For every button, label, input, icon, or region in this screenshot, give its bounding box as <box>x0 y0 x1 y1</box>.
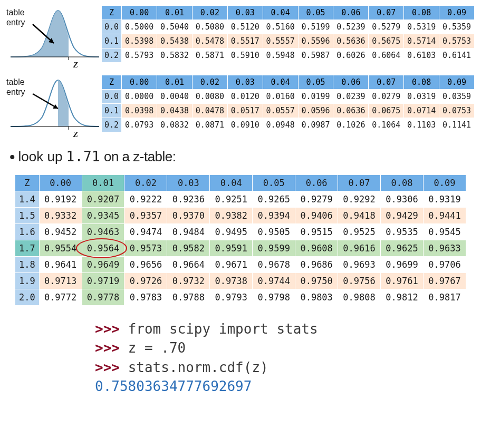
z-cell: 0.0910 <box>227 118 263 132</box>
col-header: 0.03 <box>167 175 210 191</box>
z-cell: 0.9671 <box>210 257 253 273</box>
z-cell: 0.5080 <box>192 20 227 34</box>
z-cell: 0.9767 <box>423 273 466 289</box>
z-row-header: 1.5 <box>15 208 40 224</box>
z-cell: 0.0753 <box>439 104 475 118</box>
z-cell: 0.0199 <box>298 90 333 104</box>
z-cell: 0.9664 <box>167 257 210 273</box>
z-cell: 0.9535 <box>381 224 424 240</box>
z-cell: 0.9803 <box>295 289 338 306</box>
z-cell: 0.0675 <box>369 104 404 118</box>
z-cell: 0.5675 <box>369 34 404 48</box>
z-row-header: 0.1 <box>102 104 122 118</box>
z-cell: 0.5239 <box>333 20 369 34</box>
z-cell: 0.9370 <box>167 208 210 224</box>
z-cell: 0.9418 <box>338 208 381 224</box>
col-header: 0.00 <box>39 175 82 191</box>
z-cell: 0.6064 <box>369 48 404 63</box>
col-header: 0.04 <box>263 75 298 90</box>
z-cell: 0.0438 <box>157 104 193 118</box>
z-table-lower: Z0.000.010.020.030.040.050.060.070.080.0… <box>101 75 475 132</box>
col-header: 0.02 <box>124 175 167 191</box>
z-cell: 0.5832 <box>157 48 193 63</box>
z-cell: 0.9463 <box>82 224 124 240</box>
z-cell: 0.9686 <box>295 257 338 273</box>
z-header: Z <box>15 175 40 191</box>
z-cell: 0.6141 <box>439 48 475 63</box>
col-header: 0.04 <box>210 175 253 191</box>
col-header: 0.03 <box>227 6 263 20</box>
z-cell: 0.9251 <box>210 191 253 208</box>
z-cell: 0.5910 <box>227 48 263 63</box>
col-header: 0.08 <box>404 75 439 90</box>
z-cell: 0.9515 <box>295 224 338 240</box>
z-cell: 0.5948 <box>263 48 298 63</box>
z-cell: 0.9633 <box>423 240 466 257</box>
z-cell: 0.9582 <box>167 240 210 257</box>
col-header: 0.07 <box>369 75 404 90</box>
z-cell: 0.9778 <box>82 289 124 306</box>
z-cell: 0.0557 <box>263 104 298 118</box>
col-header: 0.02 <box>192 75 227 90</box>
z-cell: 0.5478 <box>192 34 227 48</box>
z-cell: 0.9641 <box>39 257 82 273</box>
z-cell: 0.5753 <box>439 34 475 48</box>
z-row-header: 2.0 <box>15 289 40 306</box>
z-row-header: 1.7 <box>15 240 40 257</box>
z-cell: 0.9332 <box>39 208 82 224</box>
z-cell: 0.1141 <box>439 118 475 132</box>
z-cell: 0.6103 <box>404 48 439 63</box>
z-cell: 0.0832 <box>157 118 193 132</box>
z-cell: 0.9279 <box>295 191 338 208</box>
z-cell: 0.9505 <box>253 224 295 240</box>
z-cell: 0.9599 <box>253 240 295 257</box>
col-header: 0.08 <box>381 175 424 191</box>
col-header: 0.00 <box>122 6 157 20</box>
z-cell: 0.9798 <box>253 289 295 306</box>
z-cell: 0.9699 <box>381 257 424 273</box>
z-cell: 0.9761 <box>381 273 424 289</box>
z-cell: 0.0000 <box>122 90 157 104</box>
z-cell: 0.9545 <box>423 224 466 240</box>
z-cell: 0.0319 <box>404 90 439 104</box>
z-cell: 0.6026 <box>333 48 369 63</box>
col-header: 0.05 <box>298 6 333 20</box>
z-cell: 0.9292 <box>338 191 381 208</box>
z-cell: 0.5199 <box>298 20 333 34</box>
z-cell: 0.0714 <box>404 104 439 118</box>
z-cell: 0.9382 <box>210 208 253 224</box>
col-header: 0.06 <box>295 175 338 191</box>
z-cell: 0.9713 <box>39 273 82 289</box>
col-header: 0.06 <box>333 6 369 20</box>
col-header: 0.01 <box>157 6 193 20</box>
z-cell: 0.5871 <box>192 48 227 63</box>
z-row-header: 1.9 <box>15 273 40 289</box>
col-header: 0.03 <box>227 75 263 90</box>
col-header: 0.05 <box>253 175 295 191</box>
z-table-upper: Z0.000.010.020.030.040.050.060.070.080.0… <box>101 5 475 63</box>
col-header: 0.08 <box>404 6 439 20</box>
z-cell: 0.9616 <box>338 240 381 257</box>
z-cell: 0.0793 <box>122 118 157 132</box>
z-cell: 0.0596 <box>298 104 333 118</box>
z-cell: 0.9793 <box>210 289 253 306</box>
col-header: 0.05 <box>298 75 333 90</box>
z-cell: 0.9732 <box>167 273 210 289</box>
z-cell: 0.9222 <box>124 191 167 208</box>
z-cell: 0.9525 <box>338 224 381 240</box>
z-cell: 0.5557 <box>263 34 298 48</box>
z-cell: 0.0040 <box>157 90 193 104</box>
z-cell: 0.5636 <box>333 34 369 48</box>
z-cell: 0.9452 <box>39 224 82 240</box>
z-cell: 0.0398 <box>122 104 157 118</box>
z-cell: 0.5000 <box>122 20 157 34</box>
z-cell: 0.9812 <box>381 289 424 306</box>
z-row-header: 1.6 <box>15 224 40 240</box>
z-cell: 0.9306 <box>381 191 424 208</box>
z-header: Z <box>102 75 122 90</box>
z-cell: 0.0120 <box>227 90 263 104</box>
z-cell: 0.9772 <box>39 289 82 306</box>
z-row-header: 1.4 <box>15 191 40 208</box>
z-cell: 0.0080 <box>192 90 227 104</box>
z-cell: 0.9495 <box>210 224 253 240</box>
